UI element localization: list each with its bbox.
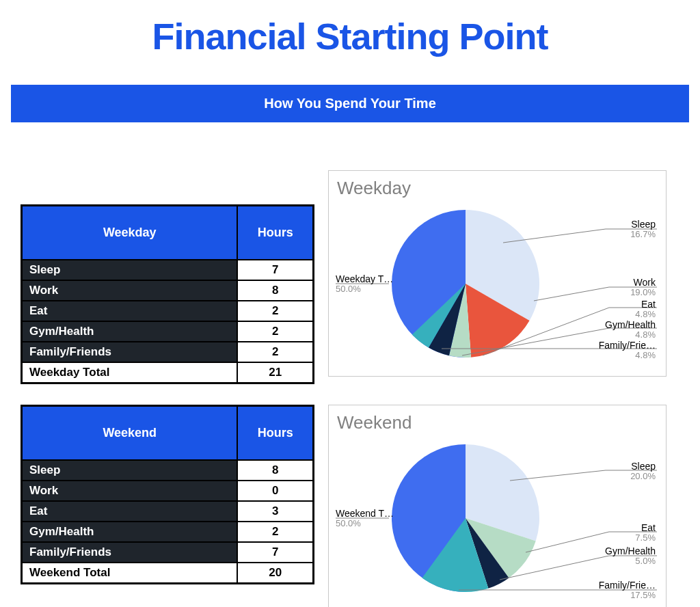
svg-line-18 <box>500 556 609 580</box>
table-row: Gym/Health2 <box>22 321 314 342</box>
table-row: Eat2 <box>22 301 314 321</box>
table-row: Work8 <box>22 280 314 301</box>
page-title: Financial Starting Point <box>0 15 700 57</box>
svg-line-14 <box>510 470 606 481</box>
weekday-row: Weekday Hours Sleep7 Work8 Eat2 Gym/Heal… <box>0 170 700 384</box>
table-row: Sleep7 <box>22 260 314 280</box>
weekday-table: Weekday Hours Sleep7 Work8 Eat2 Gym/Heal… <box>21 204 314 384</box>
table-row: Work0 <box>22 481 314 501</box>
weekend-table: Weekend Hours Sleep8 Work0 Eat3 Gym/Heal… <box>21 405 314 584</box>
weekday-col-hours: Hours <box>237 206 313 260</box>
table-row: Gym/Health2 <box>22 522 314 542</box>
weekend-pie-title: Weekend <box>337 412 659 433</box>
svg-line-16 <box>526 532 609 552</box>
svg-line-2 <box>503 229 606 243</box>
weekend-pie-card: Weekend <box>328 405 667 607</box>
table-row: Sleep8 <box>22 460 314 481</box>
table-row: Eat3 <box>22 501 314 522</box>
weekday-pie-title: Weekday <box>337 178 659 199</box>
section-banner: How You Spend Your Time <box>11 85 689 122</box>
weekday-col-label: Weekday <box>22 206 238 260</box>
table-row: Family/Friends2 <box>22 342 314 362</box>
table-total-row: Weekend Total20 <box>22 563 314 584</box>
svg-line-4 <box>534 287 609 301</box>
weekend-row: Weekend Hours Sleep8 Work0 Eat3 Gym/Heal… <box>0 405 700 607</box>
table-row: Family/Friends7 <box>22 542 314 563</box>
weekend-col-hours: Hours <box>237 406 313 461</box>
weekday-pie-card: Weekday <box>328 170 667 377</box>
table-total-row: Weekday Total21 <box>22 362 314 383</box>
svg-line-8 <box>462 328 609 355</box>
weekend-col-label: Weekend <box>22 406 238 461</box>
